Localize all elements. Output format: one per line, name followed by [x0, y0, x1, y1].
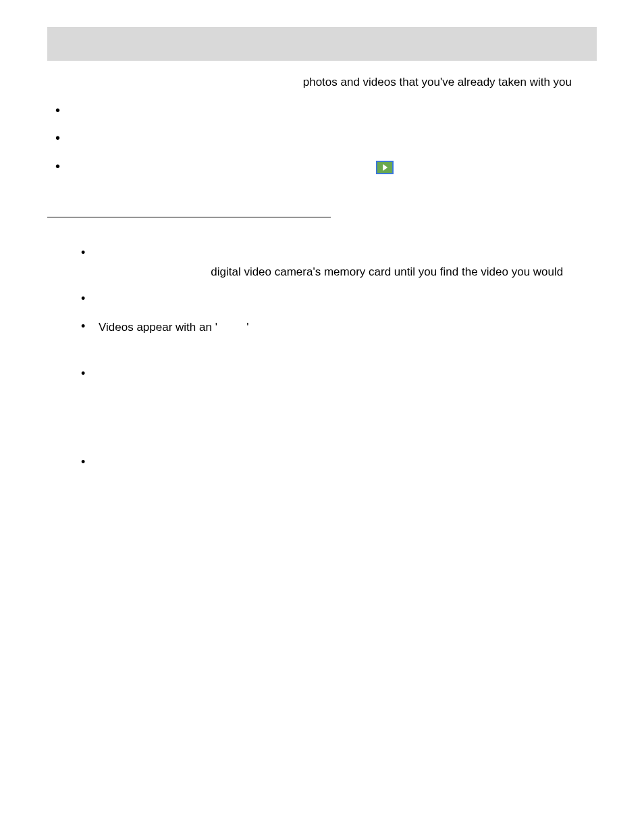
list1-item2: . — [55, 130, 597, 148]
intro-text: photos and videos that you've already ta… — [303, 76, 572, 88]
play-icon — [376, 161, 394, 174]
list2-item3: Videos appear with an ' xxxx ' — [81, 318, 597, 336]
intro-paragraph: xxxxxxxxxxxxxxxxxxxxxxxxxxxxxxxxxxxxxxxx… — [47, 73, 597, 91]
sub-bullet-list-2: . — [47, 365, 597, 384]
sub-bullet-list-3: . — [47, 454, 597, 472]
underline-rule — [47, 217, 331, 217]
sub-bullet-list: xxxxxxxxxxxxxxx xxxxxxxxxxxxxxxxxxx digi… — [47, 244, 597, 337]
section-banner — [47, 27, 597, 61]
list2-item4: . — [81, 365, 597, 384]
top-bullet-list: . . xxxxxxxxxxxxxxxxxxxxxxxxxxxxxxxxxxxx… — [47, 102, 597, 176]
list2-item3-text-b: ' — [246, 321, 248, 334]
list2-item1: xxxxxxxxxxxxxxx xxxxxxxxxxxxxxxxxxx digi… — [81, 244, 597, 281]
list2-item1-text: digital video camera's memory card until… — [211, 265, 563, 278]
list2-item2: . — [81, 290, 597, 309]
list2-item3-text-a: Videos appear with an ' — [99, 321, 217, 334]
list1-item3: xxxxxxxxxxxxxxxxxxxxxxxxxxxxxxxxxxxxxxxx… — [55, 158, 597, 176]
list2-item5: . — [81, 454, 597, 472]
list1-item1: . — [55, 102, 597, 120]
